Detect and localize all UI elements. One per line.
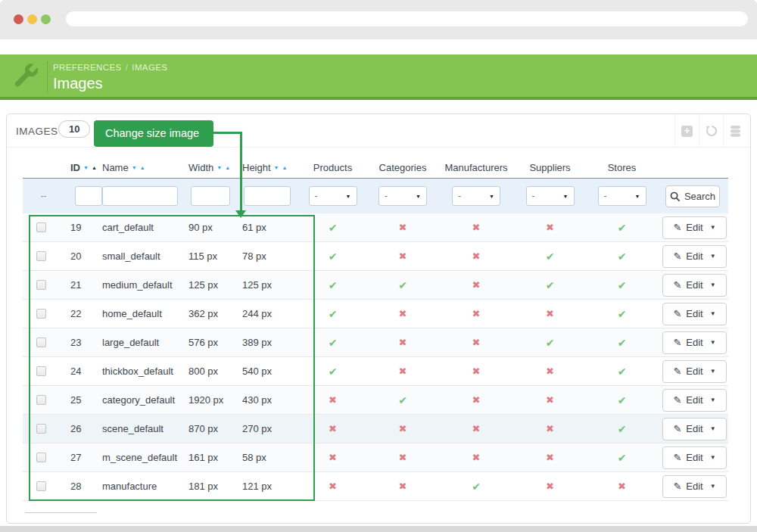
column-header-id[interactable]: ID▼▲ <box>64 162 101 173</box>
export-sql-button[interactable] <box>723 114 747 148</box>
column-header-width[interactable]: Width▼▲ <box>185 162 240 173</box>
cross-icon: ✖ <box>472 250 481 262</box>
url-bar[interactable] <box>66 11 748 26</box>
breadcrumb-separator: / <box>126 63 129 72</box>
database-icon <box>730 125 741 138</box>
filter-stores-select[interactable]: -▼ <box>598 186 646 206</box>
row-width: 800 px <box>185 366 240 377</box>
row-name: scene_default <box>101 423 185 434</box>
filter-id-input[interactable] <box>75 186 102 206</box>
images-panel: IMAGES 10 + ID▼▲Name▼▲Width▼▲Height▼▲Pro… <box>6 114 751 524</box>
search-button[interactable]: Search <box>665 185 720 207</box>
edit-button[interactable]: ✎Edit▼ <box>662 389 727 412</box>
browser-titlebar <box>0 0 757 39</box>
caret-down-icon[interactable]: ▼ <box>710 483 716 490</box>
edit-button[interactable]: ✎Edit▼ <box>662 216 727 239</box>
cross-icon: ✖ <box>399 366 407 377</box>
edit-label: Edit <box>686 423 702 434</box>
column-header-stores: Stores <box>587 162 657 173</box>
close-window-button[interactable] <box>14 14 23 24</box>
check-icon: ✔ <box>546 279 555 291</box>
edit-button[interactable]: ✎Edit▼ <box>662 475 727 498</box>
row-checkbox[interactable] <box>36 424 46 434</box>
caret-down-icon[interactable]: ▼ <box>710 454 716 461</box>
filter-suppliers-select[interactable]: -▼ <box>526 186 575 206</box>
check-icon: ✔ <box>398 279 407 291</box>
caret-down-icon[interactable]: ▼ <box>710 397 716 403</box>
edit-button[interactable]: ✎Edit▼ <box>662 274 727 297</box>
check-icon: ✔ <box>329 279 338 291</box>
row-stores-status: ✔ <box>587 222 657 234</box>
caret-down-icon[interactable]: ▼ <box>710 310 716 317</box>
sort-asc-icon[interactable]: ▲ <box>92 165 97 170</box>
column-header-name[interactable]: Name▼▲ <box>101 162 185 173</box>
row-height: 58 px <box>240 452 299 463</box>
sort-desc-icon[interactable]: ▼ <box>132 165 137 170</box>
check-icon: ✔ <box>618 250 627 263</box>
caret-down-icon[interactable]: ▼ <box>710 425 716 432</box>
row-width: 125 px <box>185 279 240 291</box>
caret-down-icon[interactable]: ▼ <box>710 224 716 231</box>
filter-manufacturers-select[interactable]: -▼ <box>452 186 500 206</box>
sort-desc-icon[interactable]: ▼ <box>217 165 222 170</box>
table-filter-row: -- -▼ -▼ -▼ -▼ -▼ Search <box>23 179 728 213</box>
row-suppliers-status: ✖ <box>513 308 587 319</box>
cross-icon: ✖ <box>399 337 407 348</box>
row-height: 389 px <box>240 337 299 348</box>
caret-down-icon[interactable]: ▼ <box>710 253 716 260</box>
minimize-window-button[interactable] <box>27 14 37 24</box>
row-checkbox[interactable] <box>36 366 46 376</box>
edit-label: Edit <box>686 452 702 463</box>
row-categories-status: ✔ <box>366 394 439 406</box>
cross-icon: ✖ <box>472 222 481 233</box>
row-id: 20 <box>64 250 101 262</box>
sort-asc-icon[interactable]: ▲ <box>225 165 230 170</box>
callout-change-size: Change size image <box>94 120 213 147</box>
row-checkbox[interactable] <box>36 222 46 232</box>
sort-desc-icon[interactable]: ▼ <box>274 165 279 170</box>
caret-down-icon[interactable]: ▼ <box>710 282 716 288</box>
edit-label: Edit <box>686 308 702 319</box>
filter-width-input[interactable] <box>191 186 230 206</box>
row-suppliers-status: ✖ <box>513 394 587 406</box>
filter-height-input[interactable] <box>244 186 291 206</box>
filter-name-input[interactable] <box>102 186 178 206</box>
row-checkbox[interactable] <box>36 453 46 462</box>
row-suppliers-status: ✔ <box>513 279 587 291</box>
cross-icon: ✖ <box>399 481 407 492</box>
caret-down-icon[interactable]: ▼ <box>710 339 716 346</box>
sort-asc-icon[interactable]: ▲ <box>140 165 145 170</box>
caret-down-icon: ▼ <box>635 194 640 199</box>
row-products-status: ✖ <box>299 394 366 406</box>
edit-button[interactable]: ✎Edit▼ <box>662 446 727 469</box>
edit-button[interactable]: ✎Edit▼ <box>662 360 727 383</box>
row-checkbox[interactable] <box>36 251 46 261</box>
maximize-window-button[interactable] <box>41 14 51 24</box>
caret-down-icon: ▼ <box>563 194 569 199</box>
add-image-type-toolbar-button[interactable]: + <box>674 114 699 148</box>
sort-desc-icon[interactable]: ▼ <box>83 165 89 170</box>
refresh-button[interactable] <box>699 114 723 148</box>
edit-button[interactable]: ✎Edit▼ <box>662 331 727 354</box>
row-checkbox[interactable] <box>36 395 46 405</box>
column-header-height[interactable]: Height▼▲ <box>240 162 299 173</box>
row-categories-status: ✖ <box>366 337 439 348</box>
row-checkbox[interactable] <box>36 338 46 347</box>
sort-asc-icon[interactable]: ▲ <box>282 165 288 170</box>
check-icon: ✔ <box>618 366 627 378</box>
edit-button[interactable]: ✎Edit▼ <box>662 418 727 440</box>
row-checkbox[interactable] <box>36 309 46 319</box>
row-select-cell <box>23 222 64 232</box>
row-categories-status: ✖ <box>366 481 439 492</box>
row-checkbox[interactable] <box>36 481 46 491</box>
edit-button[interactable]: ✎Edit▼ <box>662 303 727 325</box>
breadcrumb-section[interactable]: PREFERENCES <box>53 63 122 72</box>
caret-down-icon[interactable]: ▼ <box>710 368 716 375</box>
cross-icon: ✖ <box>546 423 554 434</box>
check-icon: ✔ <box>546 250 555 263</box>
row-checkbox[interactable] <box>36 280 46 290</box>
filter-leading-cell: -- <box>23 191 64 201</box>
filter-products-select[interactable]: -▼ <box>309 186 357 206</box>
edit-button[interactable]: ✎Edit▼ <box>662 245 727 268</box>
filter-categories-select[interactable]: -▼ <box>378 186 427 206</box>
